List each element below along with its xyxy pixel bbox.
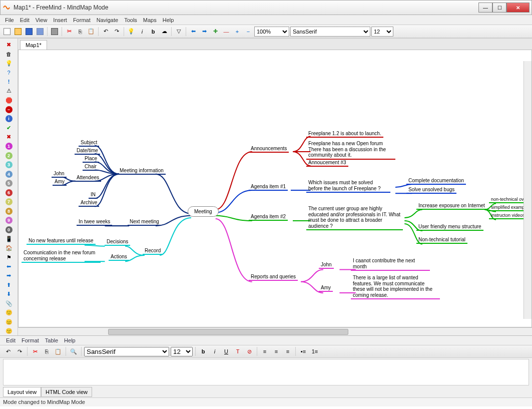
remove-node-button[interactable]: —: [221, 27, 231, 37]
vertical-scrollbar[interactable]: [523, 61, 531, 319]
node-agenda1[interactable]: Agenda item #1: [249, 183, 288, 191]
node-subject[interactable]: Subject: [79, 139, 99, 147]
menu-format[interactable]: Format: [70, 16, 94, 24]
editor-color-button[interactable]: T: [233, 346, 243, 356]
trash-icon[interactable]: 🗑: [5, 50, 14, 58]
node-report-amy-label[interactable]: Amy: [319, 284, 333, 292]
node-user-friendly[interactable]: User friendly menu structure: [416, 223, 483, 231]
node-solve-bugs[interactable]: Solve unsolved bugs: [406, 186, 456, 194]
menu-file[interactable]: File: [2, 16, 17, 24]
bmenu-edit[interactable]: Edit: [3, 336, 19, 344]
print-button[interactable]: [50, 27, 60, 37]
node-complete-doc[interactable]: Complete documentation: [406, 177, 466, 185]
editor-italic-button[interactable]: i: [210, 346, 220, 356]
node-report-amy-text[interactable]: There is a large list of wanted features…: [351, 274, 440, 299]
warning-icon[interactable]: ⚠: [5, 87, 14, 95]
node-agenda2[interactable]: Agenda item #2: [249, 213, 288, 221]
idea-button[interactable]: 💡: [126, 27, 136, 37]
save-button[interactable]: [24, 27, 34, 37]
root-node[interactable]: Meeting: [188, 206, 219, 217]
bullet-list-button[interactable]: •≡: [298, 346, 308, 356]
remove-icon[interactable]: ✖: [5, 41, 14, 49]
filter-button[interactable]: ▽: [174, 27, 184, 37]
undo-button[interactable]: ↶: [101, 27, 111, 37]
smiley3-icon[interactable]: 🙁: [5, 327, 14, 335]
node-videos[interactable]: instructon videos: [489, 212, 527, 219]
mindmap-canvas[interactable]: Meeting Meeting information Subject Date…: [18, 50, 532, 327]
editor-fontsize-select[interactable]: 12: [171, 347, 193, 356]
zoom-in-button[interactable]: +: [232, 27, 242, 37]
node-report-john-label[interactable]: John: [319, 261, 334, 269]
add-node-button[interactable]: ✚: [210, 27, 220, 37]
editor-font-select[interactable]: SansSerif: [84, 347, 169, 356]
copy-button[interactable]: ⎘: [75, 27, 85, 37]
node-report-john-text[interactable]: I caanot contributre the next month: [351, 257, 430, 271]
prio-7-icon[interactable]: 7: [5, 198, 14, 206]
node-tutorial[interactable]: Non-technical tutorial: [416, 236, 467, 244]
editor-underline-button[interactable]: U: [221, 346, 231, 356]
minimize-button[interactable]: —: [478, 3, 492, 13]
prio-2-icon[interactable]: 2: [5, 152, 14, 160]
arrow-down-icon[interactable]: ⬇: [5, 290, 14, 298]
nav-right-button[interactable]: ➡: [199, 27, 209, 37]
ok-icon[interactable]: ✔: [5, 124, 14, 132]
node-amy[interactable]: Amy: [53, 178, 67, 186]
editor-cut-button[interactable]: ✂: [30, 346, 40, 356]
align-left-button[interactable]: ≡: [260, 346, 270, 356]
maximize-button[interactable]: ☐: [492, 3, 506, 13]
editor-copy-button[interactable]: ⎘: [42, 346, 52, 356]
saveas-button[interactable]: [35, 27, 45, 37]
editor-redo-button[interactable]: ↷: [15, 346, 25, 356]
node-ann-3[interactable]: Annoucement #3: [306, 159, 348, 167]
menu-tools[interactable]: Tools: [121, 16, 140, 24]
node-agenda2-q[interactable]: The current user group are highly educat…: [306, 205, 403, 230]
node-chair[interactable]: Chair: [83, 163, 99, 171]
editor-find-button[interactable]: 🔍: [69, 346, 79, 356]
close-button[interactable]: ✕: [506, 3, 529, 13]
arrow-right-icon[interactable]: ➡: [5, 272, 14, 280]
not-ok-icon[interactable]: ✖: [5, 133, 14, 141]
stop-icon[interactable]: 🛑: [5, 96, 14, 104]
node-place[interactable]: Place: [83, 155, 99, 163]
menu-insert[interactable]: Insert: [50, 16, 70, 24]
cloud-button[interactable]: ☁: [159, 27, 169, 37]
node-communication[interactable]: Coomunication in the new forum concernin…: [22, 249, 101, 263]
important-icon[interactable]: !: [5, 78, 14, 86]
bulb-icon[interactable]: 💡: [5, 59, 14, 67]
node-announcements[interactable]: Announcements: [249, 145, 289, 153]
bmenu-help[interactable]: Help: [61, 336, 79, 344]
paste-button[interactable]: 📋: [86, 27, 96, 37]
prio-1-icon[interactable]: 1: [5, 142, 14, 150]
number-list-button[interactable]: 1≡: [310, 346, 320, 356]
fontsize-select[interactable]: 12: [371, 27, 393, 37]
node-meeting-info[interactable]: Meeting information: [118, 167, 166, 175]
bold-button[interactable]: b: [148, 27, 158, 37]
open-button[interactable]: [13, 27, 23, 37]
node-increase-exposure[interactable]: Increase exposure on Internet: [416, 202, 487, 210]
node-attendees[interactable]: Attendees: [75, 174, 101, 182]
prio-6-icon[interactable]: 6: [5, 189, 14, 197]
node-actions[interactable]: Actions: [109, 253, 129, 261]
node-in-twee-weeks[interactable]: In twee weeks: [77, 218, 112, 226]
prio-8-icon[interactable]: 8: [5, 207, 14, 215]
node-ann-2[interactable]: Freeplane has a new Open forum There has…: [306, 140, 395, 160]
no-icon[interactable]: −: [5, 105, 14, 113]
node-decisions[interactable]: Decisions: [105, 238, 130, 246]
menu-help[interactable]: Help: [160, 16, 177, 24]
node-next-meeting[interactable]: Next meeting: [128, 218, 161, 226]
zoom-out-button[interactable]: −: [243, 27, 253, 37]
cut-button[interactable]: ✂: [64, 27, 74, 37]
font-select[interactable]: SansSerif: [290, 27, 370, 37]
align-right-button[interactable]: ≡: [283, 346, 293, 356]
smiley1-icon[interactable]: 🙂: [5, 309, 14, 317]
node-john[interactable]: John: [52, 170, 67, 178]
html-view-tab[interactable]: HTML Code view: [41, 387, 92, 397]
align-center-button[interactable]: ≡: [271, 346, 281, 356]
prio-3-icon[interactable]: 3: [5, 161, 14, 169]
horizontal-scrollbar[interactable]: [18, 327, 532, 335]
arrow-up-icon[interactable]: ⬆: [5, 281, 14, 289]
italic-button[interactable]: i: [137, 27, 147, 37]
editor-paste-button[interactable]: 📋: [53, 346, 63, 356]
node-no-new-features[interactable]: No new features until release: [27, 237, 96, 245]
phone-icon[interactable]: 📱: [5, 235, 14, 243]
